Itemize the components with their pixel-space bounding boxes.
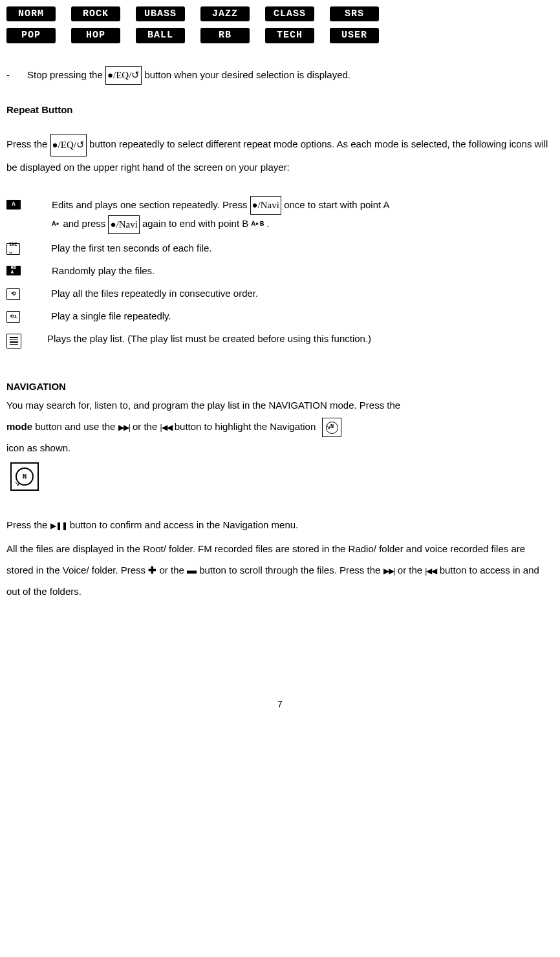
text: once to start with point A: [284, 199, 389, 210]
prev-icon: |◀◀: [425, 566, 436, 575]
plus-icon: ✚: [148, 565, 156, 575]
minus-icon: ▬: [187, 565, 197, 575]
repeat-item-intro: INI↪ Play the first ten seconds of each …: [6, 239, 554, 257]
bullet-dash: -: [6, 66, 14, 85]
text: button to highlight the Navigation: [175, 421, 319, 432]
nav-para-1: You may search for, listen to, and progr…: [6, 394, 554, 458]
text: button when your desired selection is di…: [144, 69, 350, 80]
eq-button-label: ●/EQ/↺: [50, 134, 87, 156]
text: and press: [63, 218, 108, 229]
eq-badge: TECH: [265, 28, 314, 43]
repeat-all-icon: ⟲: [6, 288, 20, 300]
eq-badge: NORM: [6, 6, 56, 21]
text: again to end with point B: [142, 218, 251, 229]
eq-badge: BALL: [136, 28, 185, 43]
ab-repeat-icon: A: [6, 200, 21, 210]
repeat-item-random: RDA Randomly play the files.: [6, 262, 554, 279]
eq-badge: SRS: [330, 6, 379, 21]
random-icon: RDA: [6, 266, 21, 275]
eq-button-label: ●/EQ/↺: [105, 66, 142, 85]
text: Stop pressing the: [27, 69, 105, 80]
navi-button-label: ●/Navi: [108, 215, 139, 234]
point-ab-icon: A▸B: [251, 218, 264, 231]
repeat-desc: Edits and plays one section repeatedly. …: [52, 196, 554, 234]
eq-badge: CLASS: [265, 6, 314, 21]
navigation-heading: NAVIGATION: [6, 381, 554, 392]
text: button and use the: [35, 421, 118, 432]
repeat-heading: Repeat Button: [6, 104, 554, 115]
next-icon: ▶▶|: [118, 423, 130, 432]
text: icon as shown.: [6, 442, 70, 453]
text: Edits and plays one section repeatedly. …: [52, 199, 250, 210]
eq-badge: HOP: [71, 28, 120, 43]
navigation-icon-large: N↘: [10, 462, 39, 491]
repeat-desc: Play all the files repeatedly in consecu…: [51, 285, 554, 302]
repeat-item-playlist: Plays the play list. (The play list must…: [6, 330, 554, 349]
text: or the: [133, 421, 160, 432]
prev-icon: |◀◀: [160, 423, 171, 432]
text: You may search for, listen to, and progr…: [6, 400, 400, 411]
navi-button-label: ●/Navi: [250, 196, 281, 215]
intro-icon: INI↪: [6, 243, 20, 255]
repeat-item-all: ⟲ Play all the files repeatedly in conse…: [6, 285, 554, 302]
eq-preset-grid: NORM ROCK UBASS JAZZ CLASS SRS POP HOP B…: [6, 6, 554, 43]
nav-para-3: All the files are displayed in the Root/…: [6, 538, 554, 602]
text: Press the: [6, 138, 50, 149]
text: button repeatedly to select different re…: [6, 138, 548, 173]
eq-badge: USER: [330, 28, 379, 43]
repeat-item-one: ⟲1 Play a single file repeatedly.: [6, 307, 554, 325]
bullet-text: Stop pressing the ●/EQ/↺ button when you…: [27, 66, 350, 85]
repeat-item-ab: A Edits and plays one section repeatedly…: [6, 196, 554, 234]
text: or the: [159, 565, 187, 575]
point-a-icon: A▸: [52, 218, 60, 231]
repeat-list: A Edits and plays one section repeatedly…: [6, 196, 554, 349]
eq-row-2: POP HOP BALL RB TECH USER: [6, 28, 554, 43]
navigation-icon-small: N↘: [322, 418, 341, 437]
repeat-desc: Randomly play the files.: [52, 262, 554, 279]
eq-badge: POP: [6, 28, 56, 43]
text: .: [266, 218, 269, 229]
repeat-desc: Play a single file repeatedly.: [51, 307, 554, 325]
repeat-desc: Plays the play list. (The play list must…: [47, 330, 554, 347]
text: Press the: [6, 519, 50, 530]
eq-row-1: NORM ROCK UBASS JAZZ CLASS SRS: [6, 6, 554, 21]
instruction-bullet: - Stop pressing the ●/EQ/↺ button when y…: [6, 66, 554, 85]
repeat-one-icon: ⟲1: [6, 311, 20, 323]
eq-badge: UBASS: [136, 6, 185, 21]
mode-button-label: mode: [6, 421, 32, 432]
nav-para-2: Press the ▶❚❚ button to confirm and acce…: [6, 514, 554, 535]
text: button to confirm and access in the Navi…: [70, 519, 299, 530]
text: button to scroll through the files. Pres…: [199, 565, 383, 575]
play-pause-icon: ▶❚❚: [50, 521, 67, 530]
repeat-intro: Press the ●/EQ/↺ button repeatedly to se…: [6, 133, 554, 178]
text: or the: [398, 565, 425, 575]
next-icon: ▶▶|: [383, 566, 395, 575]
page-number: 7: [6, 699, 554, 709]
repeat-desc: Play the first ten seconds of each file.: [51, 239, 554, 257]
eq-badge: ROCK: [71, 6, 120, 21]
eq-badge: JAZZ: [200, 6, 250, 21]
eq-badge: RB: [200, 28, 250, 43]
playlist-icon: [6, 334, 21, 349]
